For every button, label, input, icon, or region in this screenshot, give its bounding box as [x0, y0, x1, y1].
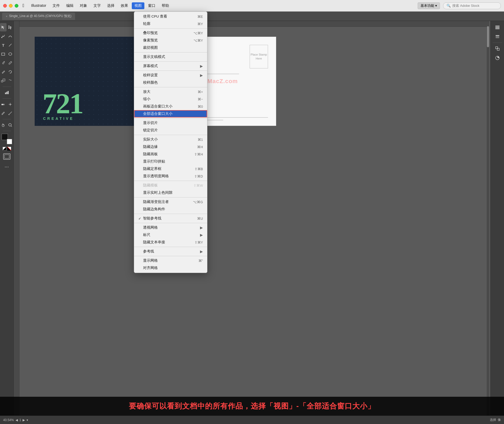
menu-item-hide-template[interactable]: 隐藏模板 ⇧⌘W — [134, 182, 207, 189]
canvas-scrollbar[interactable] — [487, 21, 489, 416]
menu-item-fit-all[interactable]: 全部适合窗口大小 — [134, 110, 207, 117]
menu-item-guides[interactable]: 参考线 ▶ — [134, 248, 207, 255]
measure-tool[interactable] — [7, 109, 14, 117]
menu-separator — [134, 135, 207, 135]
menu-item-show-slices[interactable]: 显示切片 — [134, 119, 207, 127]
scale-tool[interactable] — [0, 77, 7, 85]
gradient-tool[interactable] — [0, 100, 7, 109]
page-dropdown-icon[interactable]: ▾ — [27, 418, 28, 422]
properties-panel-btn[interactable] — [493, 23, 502, 31]
menu-object[interactable]: 对象 — [77, 2, 90, 9]
menu-item-outline[interactable]: 轮廓 ⌘Y — [134, 20, 207, 28]
menu-item-hide-text-threads[interactable]: 隐藏文本串接 ⇧⌘Y — [134, 239, 207, 246]
pencil-tool[interactable] — [7, 59, 14, 67]
menu-item-lock-slices[interactable]: 锁定切片 — [134, 127, 207, 134]
scrollbar-thumb[interactable] — [487, 26, 489, 47]
menu-item-perspective-grid[interactable]: 透视网格 ▶ — [134, 224, 207, 231]
annotation-text: 要确保可以看到文档中的所有作品，选择「视图」-「全部适合窗口大小」 — [129, 401, 375, 411]
status-right: 选择 像 — [490, 418, 501, 422]
menu-item-actual-size[interactable]: 实际大小 ⌘1 — [134, 136, 207, 143]
transform-panel-btn[interactable] — [493, 44, 502, 53]
menu-item-crop-view[interactable]: 裁切视图 — [134, 44, 207, 51]
menu-label: 隐藏边缘 — [143, 144, 193, 149]
menu-item-pixel-preview[interactable]: 像素预览 ⌥⌘Y — [134, 37, 207, 44]
menu-item-smart-guides[interactable]: ✓ 智能参考线 ⌘U — [134, 215, 207, 222]
warp-tool[interactable] — [7, 77, 14, 85]
more-tools-icon[interactable]: ··· — [4, 164, 9, 170]
svg-point-3 — [9, 53, 12, 55]
left-toolbar: T — [0, 21, 14, 416]
menu-help[interactable]: 帮助 — [159, 2, 172, 9]
layers-panel-btn[interactable] — [493, 33, 502, 41]
curvature-tool[interactable] — [7, 32, 14, 40]
eyedropper-tool[interactable] — [0, 109, 7, 117]
shortcut: ⇧⌘W — [193, 184, 203, 187]
color-icon[interactable] — [7, 147, 11, 151]
menu-item-presentation[interactable]: 显示文稿模式 — [134, 53, 207, 61]
fullscreen-button[interactable] — [15, 4, 18, 8]
menu-item-cpu-view[interactable]: 使用 CPU 查看 ⌘E — [134, 13, 207, 20]
menu-item-show-live-paint-gaps[interactable]: 显示实时上色间隙 — [134, 189, 207, 196]
menu-item-snap-to-grid[interactable]: 对齐网格 — [134, 264, 207, 272]
menu-label: 轮廓 — [143, 22, 193, 26]
menu-item-hide-artboard[interactable]: 隐藏画板 ⇧⌘H — [134, 151, 207, 158]
menu-item-show-transparency-grid[interactable]: 显示透明度网格 ⇧⌘D — [134, 173, 207, 180]
menu-item-show-grid[interactable]: 显示网格 ⌘" — [134, 257, 207, 264]
menu-item-overprint[interactable]: 叠印预览 ⌥⌘Y — [134, 29, 207, 37]
menu-item-zoom-in[interactable]: 放大 ⌘+ — [134, 88, 207, 95]
pen-tool[interactable] — [0, 32, 7, 40]
minimize-button[interactable] — [9, 4, 13, 8]
menu-item-rulers[interactable]: 标尺 ▶ — [134, 231, 207, 239]
hand-tool[interactable] — [0, 121, 7, 129]
menu-item-show-print-tiling[interactable]: 显示打印拼贴 — [134, 158, 207, 165]
menu-item-screen-mode[interactable]: 屏幕模式 ▶ — [134, 62, 207, 70]
close-button[interactable] — [3, 4, 7, 8]
menu-effect[interactable]: 效果 — [118, 2, 131, 9]
ellipse-tool[interactable] — [7, 50, 14, 58]
type-tool[interactable]: T — [0, 41, 7, 49]
nav-prev-icon[interactable]: ◀ — [15, 418, 18, 422]
menu-select[interactable]: 选择 — [104, 2, 117, 9]
workspace-selector[interactable]: 基本功能 ▾ — [418, 2, 440, 9]
svg-rect-6 — [5, 93, 6, 94]
menu-type[interactable]: 文字 — [91, 2, 103, 9]
stroke-swatch[interactable] — [7, 139, 12, 144]
menu-separator — [134, 256, 207, 256]
menu-item-fit-artboard[interactable]: 画板适合窗口大小 ⌘0 — [134, 103, 207, 110]
tab-close-icon[interactable]: × — [6, 15, 7, 18]
mesh-tool[interactable] — [7, 100, 14, 109]
selection-tool[interactable] — [0, 23, 7, 31]
menu-edit[interactable]: 编辑 — [64, 2, 76, 9]
menu-item-hide-edges[interactable]: 隐藏边缘 ⌘H — [134, 143, 207, 151]
menu-window[interactable]: 窗口 — [145, 2, 158, 9]
menu-item-hide-gradient-annotator[interactable]: 隐藏渐变批注者 ⌥⌘G — [134, 198, 207, 206]
rotate-tool[interactable] — [7, 68, 14, 76]
menu-item-proof-colors[interactable]: 校样颜色 — [134, 79, 207, 86]
menu-item-hide-corner-widget[interactable]: 隐藏边角构件 — [134, 206, 207, 213]
paintbrush-tool[interactable] — [0, 59, 7, 67]
menu-label: 像素预览 — [143, 38, 189, 43]
menu-item-proof-setup[interactable]: 校样设置 ▶ — [134, 72, 207, 79]
swatches-panel-btn[interactable] — [493, 54, 502, 62]
menu-label: 隐藏渐变批注者 — [143, 200, 189, 204]
menu-item-zoom-out[interactable]: 缩小 ⌘− — [134, 95, 207, 103]
drawing-mode-icon[interactable] — [3, 153, 11, 161]
eraser-tool[interactable] — [0, 68, 7, 76]
rectangle-tool[interactable] — [0, 50, 7, 58]
document-tab[interactable]: × Single_Line.ai @ 40.54% (CMYK/GPU 预览) — [2, 13, 75, 20]
search-box[interactable]: 🔍 搜索 Adobe Stock — [443, 2, 501, 9]
zoom-tool[interactable] — [7, 121, 14, 129]
menu-item-hide-bounding-box[interactable]: 隐藏定界框 ⇧⌘B — [134, 165, 207, 173]
menu-file[interactable]: 文件 — [50, 2, 62, 9]
mode-label: 选择 — [490, 418, 496, 422]
graph-tool[interactable] — [2, 88, 12, 97]
menu-view[interactable]: 视图 — [132, 2, 144, 9]
nav-next-icon[interactable]: ▶ — [23, 418, 25, 422]
direct-selection-tool[interactable] — [7, 23, 14, 31]
menu-illustrator[interactable]: Illustrator — [29, 2, 49, 9]
checkmark-icon: ✓ — [138, 217, 143, 221]
line-tool[interactable] — [7, 41, 14, 49]
none-swatch[interactable] — [3, 147, 6, 151]
menu-label: 屏幕模式 — [143, 64, 200, 68]
page-number: 1 — [19, 418, 21, 422]
